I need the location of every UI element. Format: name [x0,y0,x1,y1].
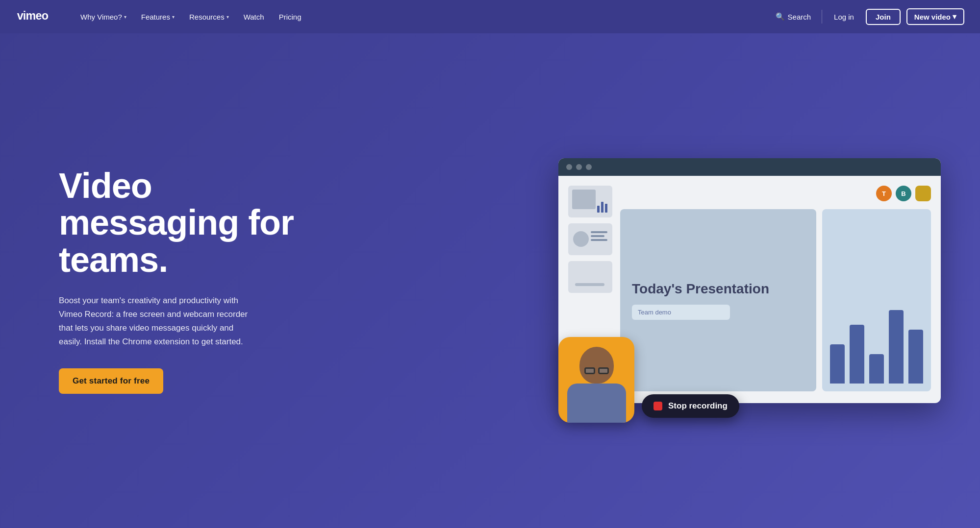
nav-right: 🔍 Search Log in Join New video ▾ [771,8,964,25]
hero-content: Video messaging for teams. Boost your te… [59,168,314,394]
slide-thumbnail-3[interactable] [568,261,612,293]
browser-dot-1 [566,164,572,170]
text-line [591,239,607,241]
browser-dot-2 [576,164,582,170]
slide-chart [822,209,931,391]
chevron-down-icon: ▾ [172,14,175,20]
avatar-3 [915,186,931,201]
chevron-down-icon: ▾ [953,12,956,21]
browser-mockup: T B Today's Presentation Team demo [558,158,941,403]
vimeo-logo[interactable]: vimeo [16,9,55,24]
presentation-slide: Today's Presentation Team demo [620,209,816,391]
avatar-1: T [876,186,892,201]
chart-bar-5 [908,330,923,384]
chart-bar-3 [869,354,884,384]
browser-titlebar [558,158,941,176]
chart-bar-2 [850,325,864,384]
chart-bar [605,204,607,213]
nav-watch[interactable]: Watch [238,9,270,25]
avatar-2: B [896,186,911,201]
navigation: vimeo Why Vimeo? ▾ Features ▾ Resources … [0,0,980,33]
search-icon: 🔍 [776,12,785,21]
stop-recording-label: Stop recording [668,401,728,411]
stop-recording-button[interactable]: Stop recording [642,394,739,418]
stop-recording-icon [653,402,662,410]
nav-links: Why Vimeo? ▾ Features ▾ Resources ▾ Watc… [75,9,771,25]
slide-thumbnail-2[interactable] [568,223,612,255]
chart-bar-4 [889,310,904,384]
hero-headline: Video messaging for teams. [59,168,314,279]
join-button[interactable]: Join [866,9,901,25]
person-head [579,347,614,384]
hero-description: Boost your team's creativity and product… [59,294,255,349]
chart-bar [597,206,600,213]
text-line [591,231,607,233]
main-slide-content: Today's Presentation Team demo [620,209,931,391]
nav-pricing[interactable]: Pricing [273,9,307,25]
webcam-overlay [558,337,634,423]
text-line [591,235,604,237]
chart-bar [601,202,603,213]
slide-bar [575,283,604,286]
new-video-button[interactable]: New video ▾ [906,8,964,25]
chart-bar-1 [830,344,845,384]
svg-text:vimeo: vimeo [17,9,49,22]
nav-resources[interactable]: Resources ▾ [183,9,235,25]
person-silhouette [558,337,634,423]
person-glasses [584,367,609,374]
slide-lines [591,231,607,241]
chevron-down-icon: ▾ [226,14,229,20]
slide-inner-1 [572,190,596,209]
slide-title: Today's Presentation [632,281,804,297]
slide-subtitle: Team demo [632,305,730,320]
small-chart-1 [597,202,607,213]
nav-why-vimeo[interactable]: Why Vimeo? ▾ [75,9,132,25]
nav-divider [822,10,822,24]
slide-thumbnail-1[interactable] [568,186,612,217]
glass-lens-right [598,367,609,374]
login-button[interactable]: Log in [828,10,860,24]
slide-header-row: T B [620,186,931,201]
slide-circle [573,231,589,247]
hero-illustration: T B Today's Presentation Team demo [343,158,941,403]
hero-section: Video messaging for teams. Boost your te… [0,33,980,528]
get-started-button[interactable]: Get started for free [59,368,163,394]
chevron-down-icon: ▾ [124,14,126,20]
glass-lens-left [584,367,595,374]
search-button[interactable]: 🔍 Search [771,9,816,24]
main-slide-area: T B Today's Presentation Team demo [620,186,931,391]
browser-dot-3 [586,164,592,170]
person-body [567,384,626,423]
nav-features[interactable]: Features ▾ [135,9,180,25]
